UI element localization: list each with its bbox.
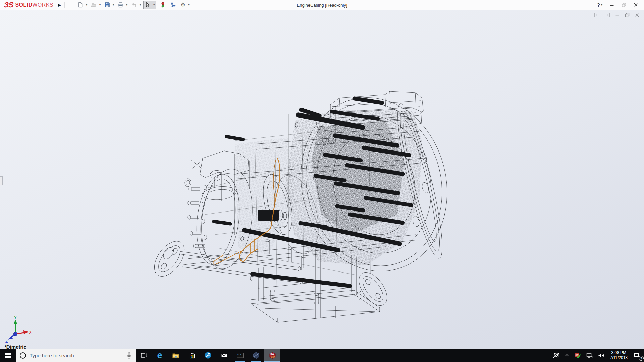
restore-icon [622, 3, 626, 7]
undo-caret[interactable]: ▾ [140, 3, 141, 6]
command-prompt-button[interactable]: C:\_ [232, 349, 248, 362]
solidworks-logo-mark: ЗS [3, 1, 14, 9]
undo-button[interactable] [130, 1, 138, 9]
rebuild-button[interactable] [159, 1, 167, 9]
minimize-icon [610, 3, 614, 7]
sw-icon-text: SW [270, 353, 274, 355]
solidworks-taskbar-button[interactable]: SW 2017 [264, 349, 280, 362]
microsoft-store-button[interactable] [184, 349, 200, 362]
expand-left-pane-button[interactable] [594, 13, 599, 17]
network-icon [586, 352, 593, 359]
mail-button[interactable] [216, 349, 232, 362]
expand-right-pane-button[interactable] [605, 13, 610, 17]
people-button[interactable] [550, 349, 562, 362]
system-tray: SW 3:08 PM 7/11/2018 [550, 349, 644, 362]
admin-tools-button[interactable] [200, 349, 216, 362]
search-input[interactable] [30, 353, 123, 358]
document-window-controls [594, 13, 639, 17]
command-prompt-icon: C:\_ [236, 352, 244, 359]
file-explorer-button[interactable] [168, 349, 184, 362]
solidworks-logo-works: WORKS [32, 2, 53, 8]
sw-mini-text: SW [575, 354, 579, 356]
settings-caret[interactable]: ▾ [188, 3, 189, 6]
print-icon [117, 2, 124, 8]
axis-y-label: Y [14, 315, 17, 320]
mail-envelope-icon [221, 352, 228, 359]
tray-clock[interactable]: 3:08 PM 7/11/2018 [607, 349, 631, 362]
orientation-triad: Y X Z [2, 315, 33, 343]
pane-right-icon [605, 13, 610, 17]
task-view-icon [140, 352, 147, 359]
undo-icon [131, 2, 137, 8]
tray-overflow-chevron[interactable] [562, 349, 572, 362]
save-caret[interactable]: ▾ [113, 3, 114, 6]
solidworks-window: ЗS SOLID WORKS ▶ ▾ ▾ [0, 0, 644, 362]
print-button[interactable] [116, 1, 125, 9]
solidworks-logo: ЗS SOLID WORKS [0, 1, 53, 9]
graphics-viewport[interactable]: Y X Z *Dimetric [0, 10, 644, 349]
volume-button[interactable] [595, 349, 607, 362]
notification-badge: 3 [639, 356, 644, 361]
app-window-controls: ? ▾ [597, 2, 644, 8]
people-icon [553, 352, 559, 359]
pane-left-icon [594, 13, 599, 17]
hexagon-app-button[interactable] [248, 349, 264, 362]
network-button[interactable] [584, 349, 595, 362]
select-tool-caret[interactable]: ▾ [152, 2, 156, 8]
task-view-button[interactable] [136, 349, 152, 362]
open-folder-icon [91, 2, 97, 8]
help-caret: ▾ [601, 3, 602, 6]
taskbar-search[interactable] [16, 349, 136, 362]
save-icon [104, 2, 110, 8]
document-title: EngineCasing [Read-only] [297, 0, 347, 10]
close-icon [634, 3, 638, 7]
properties-list-icon [170, 2, 176, 8]
doc-close-button[interactable] [635, 13, 639, 17]
feature-manager-collapse-tab[interactable] [0, 176, 3, 185]
cortana-icon[interactable] [20, 352, 26, 359]
settings-button[interactable]: ⚙ [179, 1, 186, 9]
doc-minimize-button[interactable] [615, 13, 620, 17]
help-button[interactable]: ? ▾ [597, 2, 602, 8]
doc-restore-button[interactable] [625, 13, 630, 17]
doc-restore-icon [625, 13, 630, 17]
new-document-button[interactable] [76, 1, 85, 9]
file-explorer-icon [172, 352, 179, 359]
new-document-caret[interactable]: ▾ [86, 3, 87, 6]
select-cursor-icon [144, 2, 151, 8]
action-center-button[interactable]: 3 [631, 349, 644, 362]
chevron-up-icon [564, 353, 570, 358]
microphone-icon[interactable] [126, 352, 132, 359]
start-button[interactable] [0, 349, 16, 362]
solidworks-2017-icon: SW 2017 [268, 351, 277, 360]
axis-x-label: X [29, 330, 32, 335]
wrench-circle-icon [204, 352, 212, 359]
solidworks-resource-monitor[interactable]: SW [572, 349, 584, 362]
rebuild-traffic-light-icon [160, 2, 166, 8]
print-caret[interactable]: ▾ [126, 3, 127, 6]
select-tool-button[interactable] [144, 1, 151, 9]
hexagon-app-icon [253, 352, 260, 359]
axis-z-label: Z [5, 339, 8, 343]
tray-time: 3:08 PM [611, 350, 626, 355]
menu-flyout-arrow[interactable]: ▶ [58, 3, 61, 7]
open-caret[interactable]: ▾ [99, 3, 101, 6]
restore-button[interactable] [622, 3, 626, 7]
save-button[interactable] [103, 1, 111, 9]
edge-icon: e [157, 351, 162, 360]
windows-logo-icon [5, 353, 11, 358]
sw-check-icon: SW [574, 352, 581, 359]
options-list-button[interactable] [169, 1, 177, 9]
select-tool-group: ▾ [143, 1, 156, 9]
speaker-icon [598, 352, 605, 359]
new-document-icon [77, 2, 84, 8]
sw-icon-year: 2017 [271, 356, 275, 358]
store-bag-icon [189, 352, 196, 359]
edge-browser-button[interactable]: e [152, 349, 168, 362]
engine-casing-wireframe-model[interactable] [0, 10, 644, 349]
doc-minimize-icon [615, 13, 620, 17]
open-button[interactable] [90, 1, 98, 9]
solidworks-logo-solid: SOLID [15, 2, 32, 8]
close-button[interactable] [634, 3, 638, 7]
minimize-button[interactable] [610, 3, 614, 7]
